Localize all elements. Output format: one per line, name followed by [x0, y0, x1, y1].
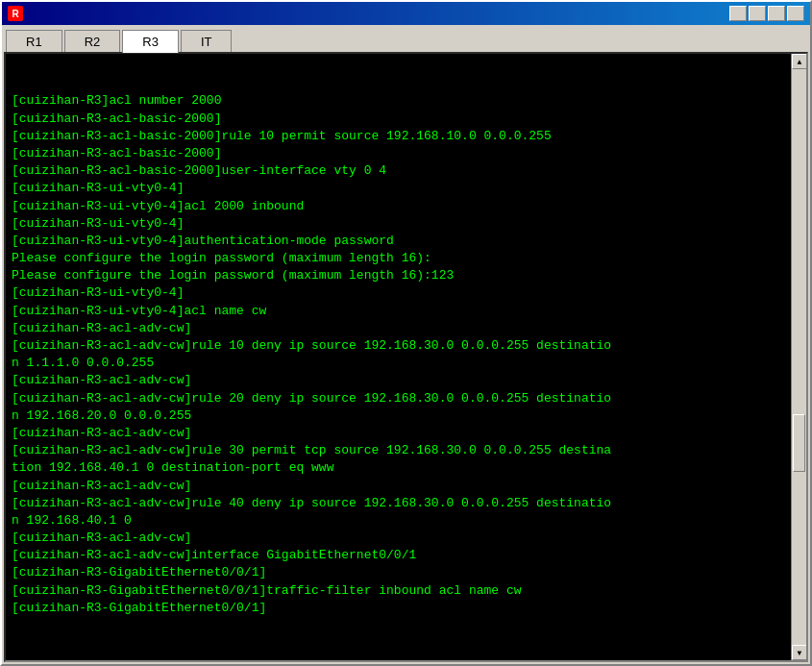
terminal-line: n 1.1.1.0 0.0.0.255	[12, 355, 785, 372]
tab-r1[interactable]: R1	[6, 30, 62, 53]
terminal-output[interactable]: [cuizihan-R3]acl number 2000[cuizihan-R3…	[6, 54, 791, 660]
terminal-line: [cuizihan-R3-acl-adv-cw]	[12, 320, 785, 337]
terminal-line: [cuizihan-R3-acl-adv-cw]interface Gigabi…	[12, 547, 785, 564]
scroll-down-button[interactable]: ▼	[792, 645, 807, 660]
terminal-line: [cuizihan-R3-acl-adv-cw]rule 20 deny ip …	[12, 390, 785, 407]
terminal-line: n 192.168.40.1 0	[12, 512, 785, 530]
terminal-line: [cuizihan-R3-acl-basic-2000]	[12, 145, 785, 162]
scroll-thumb[interactable]	[793, 414, 805, 472]
tab-r3[interactable]: R3	[122, 30, 179, 53]
terminal-line: [cuizihan-R3-acl-adv-cw]rule 10 deny ip …	[12, 337, 785, 355]
terminal-line: [cuizihan-R3-ui-vty0-4]acl 2000 inbound	[12, 198, 785, 215]
app-icon: R	[8, 6, 23, 21]
tab-it[interactable]: IT	[181, 30, 233, 53]
terminal-line: [cuizihan-R3-ui-vty0-4]authentication-mo…	[12, 233, 785, 250]
terminal-line: [cuizihan-R3]acl number 2000	[12, 92, 785, 110]
terminal-line: [cuizihan-R3-acl-adv-cw]rule 40 deny ip …	[12, 495, 785, 512]
terminal-line: [cuizihan-R3-acl-basic-2000]user-interfa…	[12, 162, 785, 180]
title-bar: R	[2, 2, 810, 25]
terminal-line: [cuizihan-R3-acl-adv-cw]	[12, 530, 785, 547]
scroll-track[interactable]	[792, 69, 806, 645]
terminal-line: [cuizihan-R3-GigabitEthernet0/0/1]traffi…	[12, 582, 785, 600]
terminal-line: [cuizihan-R3-ui-vty0-4]	[12, 284, 785, 302]
terminal-line: [cuizihan-R3-acl-basic-2000]	[12, 111, 785, 128]
terminal-container: [cuizihan-R3]acl number 2000[cuizihan-R3…	[4, 52, 808, 662]
terminal-line: [cuizihan-R3-acl-adv-cw]rule 30 permit t…	[12, 442, 785, 459]
terminal-line: Please configure the login password (max…	[12, 267, 785, 284]
terminal-line: [cuizihan-R3-ui-vty0-4]acl name cw	[12, 303, 785, 320]
terminal-line: n 192.168.20.0 0.0.0.255	[12, 407, 785, 425]
title-buttons	[729, 6, 804, 21]
terminal-line: [cuizihan-R3-GigabitEthernet0/0/1]	[12, 564, 785, 581]
terminal-line: [cuizihan-R3-ui-vty0-4]	[12, 215, 785, 233]
minimize-button[interactable]	[749, 6, 766, 21]
terminal-line: [cuizihan-R3-ui-vty0-4]	[12, 180, 785, 197]
scrollbar: ▲ ▼	[791, 54, 806, 660]
close-button[interactable]	[787, 6, 804, 21]
terminal-line: tion 192.168.40.1 0 destination-port eq …	[12, 459, 785, 477]
terminal-line: [cuizihan-R3-acl-basic-2000]rule 10 perm…	[12, 128, 785, 145]
terminal-line: [cuizihan-R3-acl-adv-cw]	[12, 478, 785, 495]
title-bar-left: R	[8, 6, 29, 21]
terminal-line: [cuizihan-R3-acl-adv-cw]	[12, 372, 785, 389]
terminal-line: [cuizihan-R3-GigabitEthernet0/0/1]	[12, 600, 785, 617]
terminal-line: [cuizihan-R3-acl-adv-cw]	[12, 425, 785, 442]
restore-button[interactable]	[729, 6, 747, 21]
main-window: R R1 R2 R3 IT [cuizihan-R3]acl number 20…	[0, 0, 812, 666]
terminal-line: Please configure the login password (max…	[12, 250, 785, 267]
tab-r2[interactable]: R2	[64, 30, 121, 53]
tabs-bar: R1 R2 R3 IT	[2, 25, 810, 52]
maximize-button[interactable]	[768, 6, 785, 21]
scroll-up-button[interactable]: ▲	[792, 54, 807, 69]
